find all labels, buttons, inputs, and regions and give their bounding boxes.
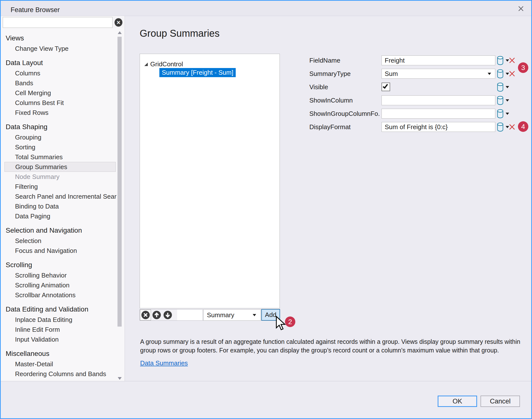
property-row-displayformat: DisplayFormatSum of Freight is {0:c} — [1, 122, 532, 132]
window-title: Feature Browser — [11, 6, 60, 14]
scrollbar-down-icon[interactable] — [118, 377, 122, 380]
displayformat-input[interactable]: Sum of Freight is {0:c} — [382, 122, 495, 132]
close-icon[interactable] — [516, 4, 526, 14]
sidebar-category-selection-and-navigation[interactable]: Selection and Navigation — [1, 225, 116, 236]
database-dropdown-icon[interactable] — [506, 86, 509, 88]
sidebar-item-grouping[interactable]: Grouping — [1, 132, 116, 142]
property-row-showincolumn: ShowInColumn — [1, 95, 532, 105]
sidebar-item-group-summaries[interactable]: Group Summaries — [4, 162, 116, 172]
sidebar-item-total-summaries[interactable]: Total Summaries — [1, 152, 116, 162]
checkmark-icon — [383, 83, 388, 89]
circle-x-icon: × — [115, 18, 122, 27]
database-binding-icon[interactable] — [497, 82, 504, 92]
footer-divider — [1, 381, 531, 381]
sidebar-item-node-summary: Node Summary — [1, 172, 116, 182]
field-value: Sum of Freight is {0:c} — [385, 123, 448, 131]
sidebar-item-scrollbar-annotations[interactable]: Scrollbar Annotations — [1, 290, 116, 300]
tree-toolbar — [140, 309, 203, 321]
feature-browser-dialog: Feature Browser × ViewsChange View TypeD… — [0, 0, 532, 419]
sidebar-item-reordering-columns-and-bands[interactable]: Reordering Columns and Bands — [1, 369, 116, 379]
feature-list: ViewsChange View TypeData LayoutColumnsB… — [1, 28, 116, 379]
mouse-cursor-icon — [276, 316, 286, 333]
remove-value-icon[interactable] — [509, 70, 515, 77]
step-badge-3: 3 — [518, 62, 528, 73]
property-label: SummaryType — [309, 69, 380, 79]
property-row-showingroupcolumnfo: ShowInGroupColumnFo... — [1, 109, 532, 119]
ok-button[interactable]: OK — [438, 396, 477, 407]
showincolumn-input[interactable] — [382, 95, 495, 105]
sidebar-item-input-validation[interactable]: Input Validation — [1, 334, 116, 344]
fieldname-input[interactable]: Freight — [382, 55, 495, 65]
field-value: Freight — [385, 57, 405, 64]
database-binding-icon[interactable] — [497, 56, 504, 65]
sidebar-item-master-detail[interactable]: Master-Detail — [1, 359, 116, 369]
sidebar-category-views[interactable]: Views — [1, 33, 116, 44]
summary-filter-input[interactable] — [177, 310, 203, 320]
summary-type-select[interactable]: Summary — [203, 309, 261, 321]
sidebar-item-scrolling-animation[interactable]: Scrolling Animation — [1, 280, 116, 290]
sidebar-item-focus-and-navigation[interactable]: Focus and Navigation — [1, 246, 116, 256]
search-clear-button[interactable]: × — [113, 17, 124, 28]
feature-description: A group summary is a result of an aggreg… — [140, 337, 527, 355]
chevron-down-icon — [253, 314, 256, 316]
property-label: DisplayFormat — [309, 122, 380, 132]
sidebar-item-binding-to-data[interactable]: Binding to Data — [1, 201, 116, 211]
sidebar-item-selection[interactable]: Selection — [1, 236, 116, 246]
sidebar-category-data-editing-and-validation[interactable]: Data Editing and Validation — [1, 304, 116, 315]
data-summaries-link[interactable]: Data Summaries — [140, 359, 188, 367]
field-value: Sum — [385, 70, 398, 78]
showingroupcolumnfo-input[interactable] — [382, 109, 495, 119]
sidebar-item-inline-edit-form[interactable]: Inline Edit Form — [1, 325, 116, 334]
sidebar-item-search-panel-and-incremental-search[interactable]: Search Panel and Incremental Search — [1, 192, 116, 201]
database-binding-icon[interactable] — [497, 109, 504, 118]
chevron-down-icon — [488, 73, 491, 75]
sidebar-category-miscellaneous[interactable]: Miscellaneous — [1, 348, 116, 359]
sidebar-item-data-paging[interactable]: Data Paging — [1, 211, 116, 221]
page-title: Group Summaries — [140, 28, 220, 39]
sidebar-item-inplace-data-editing[interactable]: Inplace Data Editing — [1, 315, 116, 325]
property-label: ShowInColumn — [309, 95, 380, 105]
remove-value-icon[interactable] — [509, 57, 515, 64]
cancel-button[interactable]: Cancel — [481, 396, 520, 407]
database-binding-icon[interactable] — [497, 122, 504, 132]
property-row-summarytype: SummaryTypeSum — [1, 69, 532, 79]
circle-x-icon — [141, 311, 150, 319]
scrollbar-up-icon[interactable] — [118, 31, 122, 34]
property-row-visible: Visible — [1, 82, 532, 92]
delete-summary-button[interactable] — [140, 310, 151, 320]
database-binding-icon[interactable] — [497, 96, 504, 105]
step-badge-4: 4 — [518, 121, 528, 132]
database-dropdown-icon[interactable] — [506, 99, 509, 102]
search-input[interactable] — [3, 17, 113, 28]
property-label: ShowInGroupColumnFo... — [309, 109, 380, 119]
summarytype-select[interactable]: Sum — [382, 69, 495, 79]
sidebar-scrollbar[interactable] — [117, 28, 122, 381]
remove-value-icon[interactable] — [509, 123, 515, 130]
property-label: Visible — [309, 82, 380, 92]
circle-arrow-up-icon — [152, 311, 161, 319]
database-binding-icon[interactable] — [497, 69, 504, 78]
sidebar-item-sorting[interactable]: Sorting — [1, 142, 116, 152]
property-row-fieldname: FieldNameFreight — [1, 55, 532, 65]
sidebar-item-change-view-type[interactable]: Change View Type — [1, 44, 116, 53]
database-dropdown-icon[interactable] — [506, 113, 509, 115]
step-badge-2: 2 — [285, 316, 295, 327]
scrollbar-thumb[interactable] — [117, 37, 122, 327]
visible-checkbox[interactable] — [382, 83, 390, 91]
property-label: FieldName — [309, 55, 380, 65]
sidebar-item-filtering[interactable]: Filtering — [1, 182, 116, 192]
summary-type-value: Summary — [207, 311, 234, 319]
sidebar-item-scrolling-behavior[interactable]: Scrolling Behavior — [1, 270, 116, 280]
circle-arrow-down-icon — [163, 311, 172, 319]
title-bar: Feature Browser — [1, 1, 531, 16]
move-down-button[interactable] — [162, 310, 173, 320]
sidebar-category-scrolling[interactable]: Scrolling — [1, 260, 116, 270]
move-up-button[interactable] — [151, 310, 162, 320]
